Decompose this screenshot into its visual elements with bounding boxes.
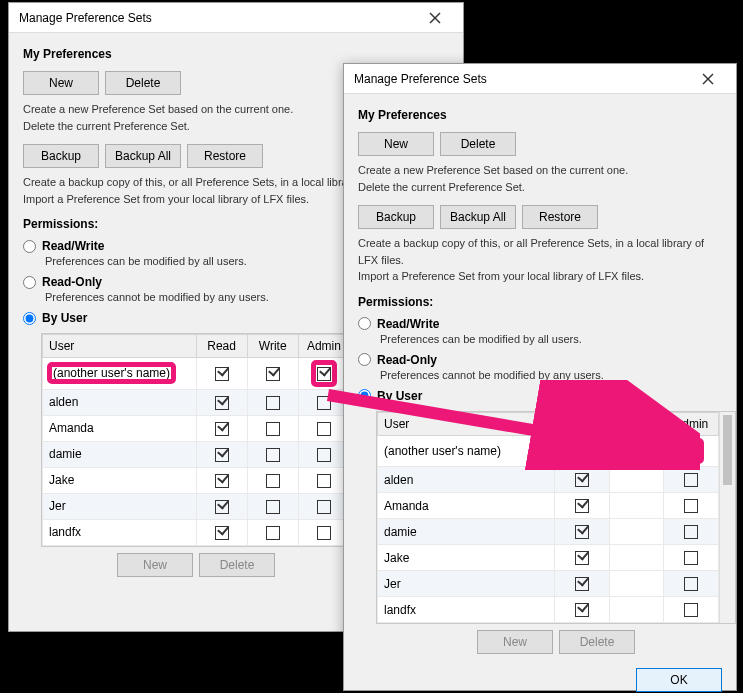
ok-button[interactable]: OK [636, 668, 722, 692]
cell-write[interactable] [247, 358, 298, 390]
delete-button[interactable]: Delete [440, 132, 516, 156]
cell-read[interactable] [555, 467, 610, 493]
cell-admin[interactable] [298, 519, 349, 545]
radio-read-only[interactable] [23, 276, 36, 289]
radio-by-user[interactable] [358, 389, 371, 402]
cell-admin[interactable] [664, 545, 719, 571]
checkbox-read[interactable] [575, 525, 589, 539]
checkbox-write[interactable] [266, 526, 280, 540]
backup-button[interactable]: Backup [358, 205, 434, 229]
radio-read-write[interactable] [23, 240, 36, 253]
checkbox-read[interactable] [215, 448, 229, 462]
cell-read[interactable] [555, 597, 610, 623]
cell-admin[interactable] [664, 571, 719, 597]
backup-all-button[interactable]: Backup All [105, 144, 181, 168]
table-row[interactable]: alden [43, 389, 350, 415]
checkbox-read[interactable] [575, 499, 589, 513]
cell-admin[interactable] [664, 597, 719, 623]
checkbox-write[interactable] [266, 448, 280, 462]
restore-button[interactable]: Restore [187, 144, 263, 168]
checkbox-write[interactable] [266, 500, 280, 514]
cell-write[interactable] [247, 519, 298, 545]
col-admin[interactable]: Admin [298, 335, 349, 358]
cell-read[interactable] [196, 358, 247, 390]
checkbox-admin[interactable] [684, 525, 698, 539]
checkbox-admin[interactable] [684, 499, 698, 513]
table-row[interactable]: (another user's name) [43, 358, 350, 390]
new-button[interactable]: New [358, 132, 434, 156]
checkbox-write[interactable] [266, 474, 280, 488]
col-read[interactable]: Read [196, 335, 247, 358]
table-new-button[interactable]: New [117, 553, 193, 577]
cell-admin[interactable] [298, 467, 349, 493]
cell-read[interactable] [555, 545, 610, 571]
cell-write[interactable] [247, 441, 298, 467]
cell-write[interactable] [247, 493, 298, 519]
table-delete-button[interactable]: Delete [559, 630, 635, 654]
close-icon[interactable] [415, 4, 455, 32]
radio-read-only[interactable] [358, 353, 371, 366]
delete-button[interactable]: Delete [105, 71, 181, 95]
restore-button[interactable]: Restore [522, 205, 598, 229]
table-row[interactable]: Jer [43, 493, 350, 519]
checkbox-read[interactable] [575, 577, 589, 591]
table-row[interactable]: landfx [378, 597, 719, 623]
col-write[interactable]: Write [609, 412, 664, 435]
checkbox-admin[interactable] [317, 526, 331, 540]
cell-admin[interactable] [298, 358, 349, 390]
cell-admin[interactable] [664, 493, 719, 519]
col-read[interactable]: Read [555, 412, 610, 435]
cell-write[interactable] [247, 415, 298, 441]
col-write[interactable]: Write [247, 335, 298, 358]
scrollbar[interactable] [719, 412, 735, 624]
table-row[interactable]: Jake [43, 467, 350, 493]
cell-read[interactable] [196, 493, 247, 519]
cell-read[interactable] [555, 435, 610, 467]
checkbox-read[interactable] [575, 473, 589, 487]
table-new-button[interactable]: New [477, 630, 553, 654]
checkbox-admin[interactable] [317, 396, 331, 410]
table-delete-button[interactable]: Delete [199, 553, 275, 577]
checkbox-admin[interactable] [684, 577, 698, 591]
table-row[interactable]: alden [378, 467, 719, 493]
checkbox-read[interactable] [215, 367, 229, 381]
backup-button[interactable]: Backup [23, 144, 99, 168]
cell-read[interactable] [555, 519, 610, 545]
checkbox-admin[interactable] [317, 474, 331, 488]
checkbox-admin[interactable] [317, 448, 331, 462]
checkbox-admin[interactable] [684, 444, 698, 458]
backup-all-button[interactable]: Backup All [440, 205, 516, 229]
cell-admin[interactable] [664, 519, 719, 545]
checkbox-write[interactable] [266, 396, 280, 410]
cell-read[interactable] [555, 571, 610, 597]
table-row[interactable]: Amanda [43, 415, 350, 441]
cell-admin[interactable] [664, 467, 719, 493]
radio-read-write[interactable] [358, 317, 371, 330]
checkbox-admin[interactable] [317, 367, 331, 381]
checkbox-read[interactable] [575, 603, 589, 617]
checkbox-read[interactable] [215, 526, 229, 540]
checkbox-write[interactable] [266, 367, 280, 381]
cell-read[interactable] [555, 493, 610, 519]
table-row[interactable]: (another user's name) [378, 435, 719, 467]
checkbox-admin[interactable] [684, 473, 698, 487]
cell-admin[interactable] [298, 389, 349, 415]
table-row[interactable]: damie [43, 441, 350, 467]
cell-write[interactable] [247, 389, 298, 415]
checkbox-admin[interactable] [317, 500, 331, 514]
cell-read[interactable] [196, 467, 247, 493]
radio-by-user[interactable] [23, 312, 36, 325]
checkbox-admin[interactable] [684, 551, 698, 565]
cell-admin[interactable] [298, 415, 349, 441]
new-button[interactable]: New [23, 71, 99, 95]
cell-read[interactable] [196, 441, 247, 467]
checkbox-read[interactable] [215, 396, 229, 410]
cell-read[interactable] [196, 519, 247, 545]
table-row[interactable]: Jake [378, 545, 719, 571]
close-icon[interactable] [688, 65, 728, 93]
checkbox-read[interactable] [215, 422, 229, 436]
table-row[interactable]: damie [378, 519, 719, 545]
checkbox-read[interactable] [575, 551, 589, 565]
checkbox-write[interactable] [266, 422, 280, 436]
checkbox-read[interactable] [215, 474, 229, 488]
